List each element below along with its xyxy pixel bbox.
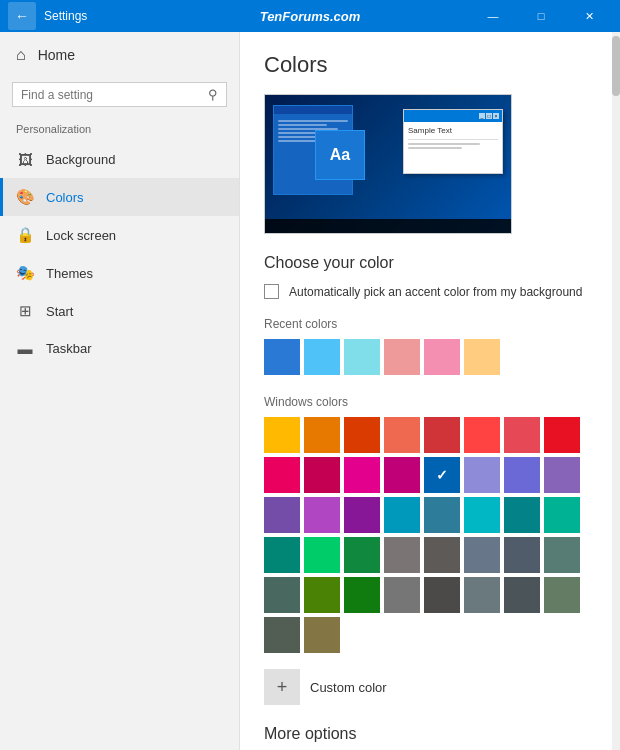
windows-color-swatch[interactable] (344, 577, 380, 613)
sidebar-item-background-label: Background (46, 152, 115, 167)
windows-color-swatch[interactable] (464, 577, 500, 613)
windows-color-swatch[interactable] (264, 577, 300, 613)
recent-color-swatch[interactable] (464, 339, 500, 375)
windows-color-swatch[interactable] (424, 457, 460, 493)
windows-color-swatch[interactable] (504, 457, 540, 493)
title-bar: ← Settings TenForums.com — □ ✕ (0, 0, 620, 32)
scrollbar-track[interactable] (612, 32, 620, 750)
sidebar-item-taskbar[interactable]: ▬ Taskbar (0, 330, 239, 367)
windows-color-swatch[interactable] (344, 497, 380, 533)
windows-color-swatch[interactable] (504, 537, 540, 573)
minimize-button[interactable]: — (470, 0, 516, 32)
sidebar-item-taskbar-label: Taskbar (46, 341, 92, 356)
windows-color-swatch[interactable] (304, 417, 340, 453)
windows-color-swatch[interactable] (544, 577, 580, 613)
recent-color-swatch[interactable] (424, 339, 460, 375)
windows-color-swatch[interactable] (384, 457, 420, 493)
watermark: TenForums.com (260, 9, 361, 24)
choose-color-title: Choose your color (264, 254, 596, 272)
windows-color-grid (264, 417, 596, 653)
windows-color-swatch[interactable] (264, 537, 300, 573)
preview-line-1 (278, 120, 348, 122)
windows-color-swatch[interactable] (544, 417, 580, 453)
sidebar-item-themes[interactable]: 🎭 Themes (0, 254, 239, 292)
preview-dialog-max: □ (486, 113, 492, 119)
windows-color-swatch[interactable] (304, 617, 340, 653)
sidebar-item-lock-label: Lock screen (46, 228, 116, 243)
sidebar: ⌂ Home ⚲ Personalization 🖼 Background 🎨 … (0, 32, 240, 750)
windows-color-swatch[interactable] (304, 457, 340, 493)
windows-color-swatch[interactable] (384, 497, 420, 533)
search-box[interactable]: ⚲ (12, 82, 227, 107)
preview-line-a (408, 143, 480, 145)
recent-color-swatch[interactable] (264, 339, 300, 375)
app-title: Settings (44, 9, 87, 23)
recent-color-swatch[interactable] (384, 339, 420, 375)
sidebar-item-colors-label: Colors (46, 190, 84, 205)
windows-color-swatch[interactable] (304, 497, 340, 533)
windows-color-swatch[interactable] (544, 497, 580, 533)
preview-line-2 (278, 124, 327, 126)
preview-dialog-close: × (493, 113, 499, 119)
windows-color-swatch[interactable] (464, 417, 500, 453)
windows-color-swatch[interactable] (344, 417, 380, 453)
home-icon: ⌂ (16, 46, 26, 64)
sidebar-item-home[interactable]: ⌂ Home (0, 32, 239, 78)
start-icon: ⊞ (16, 302, 34, 320)
windows-color-swatch[interactable] (264, 457, 300, 493)
more-options-title: More options (264, 725, 596, 743)
windows-color-swatch[interactable] (304, 577, 340, 613)
windows-color-swatch[interactable] (344, 537, 380, 573)
recent-color-swatch[interactable] (344, 339, 380, 375)
close-button[interactable]: ✕ (566, 0, 612, 32)
custom-color-label: Custom color (310, 680, 387, 695)
windows-color-swatch[interactable] (464, 457, 500, 493)
windows-color-swatch[interactable] (504, 497, 540, 533)
windows-color-swatch[interactable] (264, 617, 300, 653)
windows-color-swatch[interactable] (544, 537, 580, 573)
recent-colors (264, 339, 596, 375)
windows-colors-label: Windows colors (264, 395, 596, 409)
windows-color-swatch[interactable] (504, 417, 540, 453)
add-custom-color-button[interactable]: + (264, 669, 300, 705)
sidebar-item-background[interactable]: 🖼 Background (0, 141, 239, 178)
colors-icon: 🎨 (16, 188, 34, 206)
sidebar-item-themes-label: Themes (46, 266, 93, 281)
windows-color-swatch[interactable] (384, 537, 420, 573)
custom-color-row: + Custom color (264, 669, 596, 705)
windows-color-swatch[interactable] (384, 577, 420, 613)
preview-dialog: _ □ × Sample Text (403, 109, 503, 174)
themes-icon: 🎭 (16, 264, 34, 282)
page-title: Colors (264, 52, 596, 78)
search-icon: ⚲ (208, 87, 218, 102)
back-button[interactable]: ← (8, 2, 36, 30)
scrollbar-thumb[interactable] (612, 36, 620, 96)
app-body: ⌂ Home ⚲ Personalization 🖼 Background 🎨 … (0, 32, 620, 750)
search-input[interactable] (21, 88, 202, 102)
windows-color-swatch[interactable] (424, 537, 460, 573)
preview-aa-box: Aa (315, 130, 365, 180)
home-label: Home (38, 47, 75, 63)
windows-color-swatch[interactable] (344, 457, 380, 493)
sidebar-item-start[interactable]: ⊞ Start (0, 292, 239, 330)
windows-color-swatch[interactable] (424, 497, 460, 533)
windows-color-swatch[interactable] (264, 417, 300, 453)
auto-accent-checkbox[interactable] (264, 284, 279, 299)
sidebar-item-colors[interactable]: 🎨 Colors (0, 178, 239, 216)
sidebar-section-label: Personalization (0, 119, 239, 141)
maximize-button[interactable]: □ (518, 0, 564, 32)
windows-color-swatch[interactable] (464, 537, 500, 573)
windows-color-swatch[interactable] (384, 417, 420, 453)
recent-color-swatch[interactable] (304, 339, 340, 375)
windows-color-swatch[interactable] (464, 497, 500, 533)
windows-color-swatch[interactable] (424, 577, 460, 613)
sidebar-item-lock-screen[interactable]: 🔒 Lock screen (0, 216, 239, 254)
window-controls: — □ ✕ (470, 0, 612, 32)
preview-divider (408, 139, 498, 140)
preview-window-titlebar (274, 106, 352, 114)
windows-color-swatch[interactable] (424, 417, 460, 453)
windows-color-swatch[interactable] (504, 577, 540, 613)
windows-color-swatch[interactable] (264, 497, 300, 533)
windows-color-swatch[interactable] (544, 457, 580, 493)
windows-color-swatch[interactable] (304, 537, 340, 573)
